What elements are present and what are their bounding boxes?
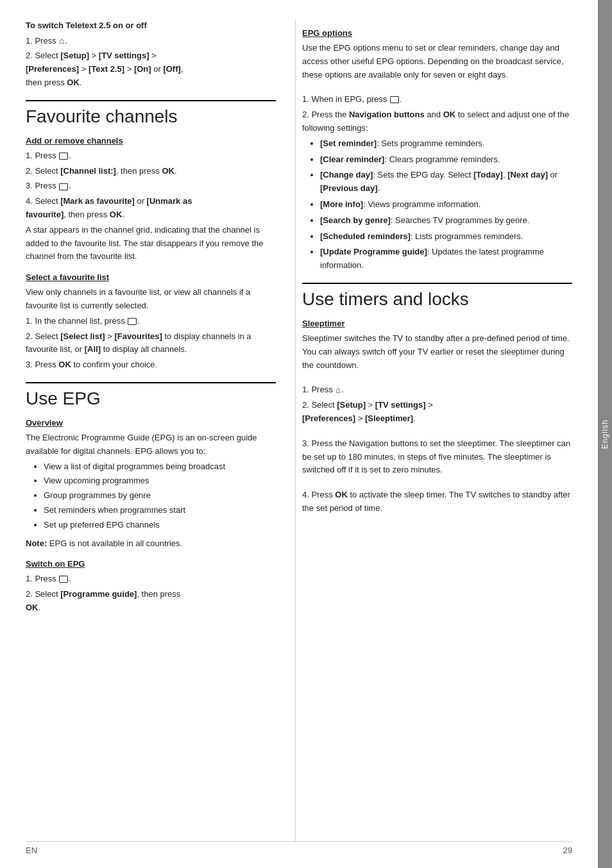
teletext-intro: To switch Teletext 2.5 on or off 1. Pres…	[26, 19, 276, 90]
epg-feature-4: Set reminders when programmes start	[44, 504, 276, 517]
sleeptimer-step2: 2. Select [Setup] > [TV settings] > [Pre…	[302, 399, 572, 426]
tv-icon-3	[390, 96, 399, 103]
tv-icon-1	[59, 183, 68, 190]
select-step2: 2. Select [Select list] > [Favourites] t…	[26, 330, 276, 357]
main-content: To switch Teletext 2.5 on or off 1. Pres…	[0, 0, 598, 868]
add-step3: 3. Press .	[26, 179, 276, 193]
teletext-step1: 1. Press ⌂.	[26, 35, 276, 48]
sleeptimer-title: Sleeptimer	[302, 319, 572, 328]
epg-feature-2: View upcoming programmes	[44, 474, 276, 488]
footer-lang: EN	[26, 846, 37, 855]
epg-opt-5: [Search by genre]: Searches TV programme…	[320, 214, 572, 228]
switch-epg-step2: 2. Select [Programme guide], then pressO…	[26, 588, 276, 615]
footer-page: 29	[563, 846, 572, 855]
home-icon: ⌂	[59, 35, 64, 48]
epg-opt-2: [Clear reminder]: Clears programme remin…	[320, 153, 572, 167]
switch-on-epg-title: Switch on EPG	[26, 559, 276, 569]
epg-options-step2: 2. Press the Navigation buttons and OK t…	[302, 108, 572, 135]
epg-feature-1: View a list of digital programmes being …	[44, 460, 276, 474]
epg-note: Note: EPG is not available in all countr…	[26, 537, 276, 551]
select-step3: 3. Press OK to confirm your choice.	[26, 358, 276, 372]
teletext-title: To switch Teletext 2.5 on or off	[26, 19, 276, 32]
home-icon-2: ⌂	[336, 384, 341, 397]
switch-epg-step1: 1. Press .	[26, 572, 276, 586]
sleeptimer-step1: 1. Press ⌂.	[302, 383, 572, 397]
add-step1: 1. Press .	[26, 149, 276, 163]
sleeptimer-step4: 4. Press OK to activate the sleep timer.…	[302, 488, 572, 515]
teletext-step2: 2. Select [Setup] > [TV settings] > [Pre…	[26, 49, 276, 89]
use-timers-title: Use timers and locks	[302, 283, 572, 310]
favourite-channels-title: Favourite channels	[26, 100, 276, 127]
menu-icon-1	[59, 153, 68, 160]
epg-options-title: EPG options	[302, 28, 572, 38]
epg-options-list: [Set reminder]: Sets programme reminders…	[320, 137, 572, 272]
add-step2: 2. Select [Channel list:], then press OK…	[26, 165, 276, 178]
select-favourite-body: View only channels in a favourite list, …	[26, 286, 276, 313]
epg-options-section: EPG options Use the EPG options menu to …	[302, 28, 572, 272]
add-note: A star appears in the channel grid, indi…	[26, 224, 276, 263]
epg-options-body: Use the EPG options menu to set or clear…	[302, 42, 572, 81]
menu-icon-2	[59, 576, 68, 583]
epg-opt-3: [Change day]: Sets the EPG day. Select […	[320, 169, 572, 196]
footer: EN 29	[26, 841, 572, 855]
epg-feature-list: View a list of digital programmes being …	[44, 460, 276, 532]
epg-opt-1: [Set reminder]: Sets programme reminders…	[320, 137, 572, 151]
use-epg-title: Use EPG	[26, 382, 276, 409]
sleeptimer-step3: 3. Press the Navigation buttons to set t…	[302, 437, 572, 477]
epg-opt-6: [Scheduled reminders]: Lists programmes …	[320, 230, 572, 244]
epg-options-step1: 1. When in EPG, press .	[302, 93, 572, 106]
epg-feature-3: Group programmes by genre	[44, 489, 276, 503]
page-container: English To switch Teletext 2.5 on or off…	[0, 0, 612, 868]
add-step4: 4. Select [Mark as favourite] or [Unmark…	[26, 195, 276, 222]
epg-feature-5: Set up preferred EPG channels	[44, 519, 276, 532]
add-remove-title: Add or remove channels	[26, 136, 276, 146]
sleeptimer-body: Sleeptimer switches the TV to standby af…	[302, 332, 572, 372]
select-favourite-title: Select a favourite list	[26, 272, 276, 282]
overview-title: Overview	[26, 418, 276, 428]
side-tab-label: English	[600, 419, 609, 449]
select-step1: 1. In the channel list, press .	[26, 315, 276, 328]
left-column: To switch Teletext 2.5 on or off 1. Pres…	[26, 19, 295, 842]
overview-body: The Electronic Programme Guide (EPG) is …	[26, 431, 276, 458]
epg-opt-7: [Update Programme guide]: Updates the la…	[320, 246, 572, 272]
tv-icon-2	[128, 318, 137, 325]
epg-opt-4: [More info]: Views programme information…	[320, 198, 572, 212]
right-column: EPG options Use the EPG options menu to …	[295, 19, 572, 842]
side-tab: English	[598, 0, 612, 868]
